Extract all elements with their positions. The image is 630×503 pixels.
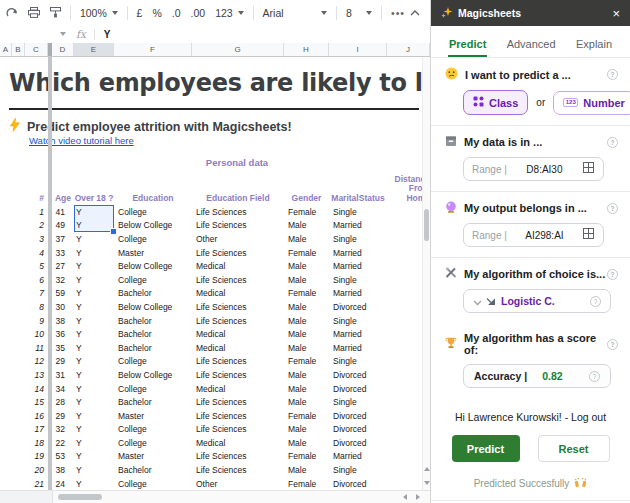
table-cell[interactable]: Female: [284, 248, 329, 258]
table-cell[interactable]: 4: [25, 248, 48, 258]
more-options-button[interactable]: •••: [391, 7, 405, 19]
horizontal-scrollbar[interactable]: [0, 490, 430, 503]
table-cell[interactable]: 8: [25, 302, 48, 312]
paint-format-icon[interactable]: [50, 7, 61, 18]
table-cell[interactable]: Y: [74, 234, 114, 244]
column-header-F[interactable]: F: [114, 43, 192, 56]
grid-select-icon[interactable]: [582, 226, 595, 244]
table-cell[interactable]: 17: [25, 424, 48, 434]
column-header-G[interactable]: G: [192, 43, 284, 56]
table-cell[interactable]: 35: [52, 343, 74, 353]
table-cell[interactable]: 30: [52, 302, 74, 312]
help-icon[interactable]: [590, 296, 601, 307]
table-cell[interactable]: Life Sciences: [192, 220, 284, 230]
table-cell[interactable]: Single: [329, 465, 387, 475]
formula-input[interactable]: Y: [104, 29, 111, 40]
table-cell[interactable]: Male: [284, 397, 329, 407]
table-cell[interactable]: Y: [74, 465, 114, 475]
table-cell[interactable]: Married: [329, 220, 387, 230]
table-cell[interactable]: Y: [74, 479, 114, 489]
table-cell[interactable]: Single: [329, 207, 387, 217]
column-header-A[interactable]: A: [0, 43, 12, 56]
table-cell[interactable]: Single: [329, 234, 387, 244]
table-cell[interactable]: Master: [114, 248, 192, 258]
table-cell[interactable]: 59: [52, 288, 74, 298]
column-header-C[interactable]: C: [25, 43, 48, 56]
table-cell[interactable]: Divorced: [329, 424, 387, 434]
table-cell[interactable]: Bachelor: [114, 316, 192, 326]
table-cell[interactable]: Life Sciences: [192, 302, 284, 312]
table-cell[interactable]: Married: [329, 329, 387, 339]
table-cell[interactable]: Male: [284, 261, 329, 271]
table-cell[interactable]: Medical: [192, 438, 284, 448]
table-cell[interactable]: Y: [74, 302, 114, 312]
tab-explain[interactable]: Explain: [575, 32, 613, 57]
zoom-select[interactable]: 100%: [80, 7, 118, 19]
table-header-cell[interactable]: Distance From Home: [387, 175, 422, 204]
table-cell[interactable]: Single: [329, 316, 387, 326]
table-cell[interactable]: Y: [74, 424, 114, 434]
table-cell[interactable]: Y: [74, 384, 114, 394]
sheet-title-cell[interactable]: Which employees are likely to leave?: [9, 63, 419, 110]
table-cell[interactable]: Female: [284, 356, 329, 366]
table-cell[interactable]: Married: [329, 451, 387, 461]
table-cell[interactable]: 11: [25, 343, 48, 353]
table-cell[interactable]: College: [114, 356, 192, 366]
table-cell[interactable]: Married: [329, 261, 387, 271]
table-cell[interactable]: Male: [284, 465, 329, 475]
table-cell[interactable]: Life Sciences: [192, 356, 284, 366]
table-cell[interactable]: 32: [52, 424, 74, 434]
number-format-menu[interactable]: 123: [215, 7, 244, 19]
table-cell[interactable]: Bachelor: [114, 465, 192, 475]
table-cell[interactable]: Y: [74, 275, 114, 285]
table-cell[interactable]: Divorced: [329, 479, 387, 489]
table-cell[interactable]: Bachelor: [114, 343, 192, 353]
decrease-decimal-button[interactable]: .0: [172, 7, 181, 19]
print-icon[interactable]: [28, 7, 40, 18]
table-cell[interactable]: College: [114, 207, 192, 217]
table-cell[interactable]: Male: [284, 438, 329, 448]
font-select[interactable]: Arial: [263, 7, 328, 19]
table-cell[interactable]: Below College: [114, 261, 192, 271]
table-cell[interactable]: Life Sciences: [192, 411, 284, 421]
table-cell[interactable]: 5: [25, 261, 48, 271]
table-cell[interactable]: Y: [74, 438, 114, 448]
table-cell[interactable]: Life Sciences: [192, 316, 284, 326]
table-cell[interactable]: Life Sciences: [192, 207, 284, 217]
predict-button[interactable]: Predict: [452, 435, 520, 462]
table-header-cell[interactable]: Over 18 ?: [74, 194, 114, 204]
table-cell[interactable]: 9: [25, 316, 48, 326]
table-cell[interactable]: Life Sciences: [192, 370, 284, 380]
group-header[interactable]: Personal data: [52, 157, 422, 168]
table-cell[interactable]: Medical: [192, 384, 284, 394]
help-icon[interactable]: [607, 269, 618, 280]
table-cell[interactable]: 14: [25, 384, 48, 394]
table-cell[interactable]: 22: [52, 438, 74, 448]
table-cell[interactable]: 28: [52, 397, 74, 407]
help-icon[interactable]: [607, 69, 618, 80]
table-cell[interactable]: College: [114, 384, 192, 394]
table-cell[interactable]: Y: [74, 329, 114, 339]
table-cell[interactable]: Male: [284, 234, 329, 244]
table-cell[interactable]: Medical: [192, 261, 284, 271]
table-cell[interactable]: Single: [329, 356, 387, 366]
table-cell[interactable]: Male: [284, 302, 329, 312]
reset-button[interactable]: Reset: [538, 435, 610, 462]
table-cell[interactable]: Single: [329, 275, 387, 285]
table-cell[interactable]: Male: [284, 343, 329, 353]
number-button[interactable]: 123 Number: [553, 91, 630, 115]
column-header-D[interactable]: D: [52, 43, 74, 56]
table-cell[interactable]: 37: [52, 234, 74, 244]
cell-selection[interactable]: [74, 205, 114, 232]
table-cell[interactable]: 38: [52, 316, 74, 326]
table-cell[interactable]: 38: [52, 465, 74, 475]
table-cell[interactable]: College: [114, 275, 192, 285]
help-icon[interactable]: [607, 203, 618, 214]
table-cell[interactable]: Life Sciences: [192, 397, 284, 407]
scroll-left-button[interactable]: [403, 494, 407, 500]
table-cell[interactable]: Other: [192, 479, 284, 489]
help-icon[interactable]: [589, 371, 600, 382]
table-cell[interactable]: Male: [284, 220, 329, 230]
close-icon[interactable]: ×: [612, 7, 620, 20]
table-cell[interactable]: Y: [74, 261, 114, 271]
